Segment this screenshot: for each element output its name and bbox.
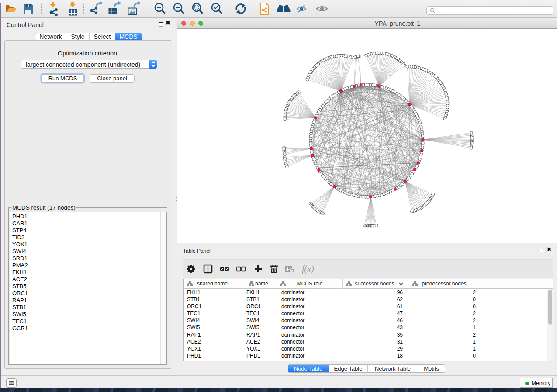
svg-text:f(x): f(x) bbox=[302, 264, 314, 274]
